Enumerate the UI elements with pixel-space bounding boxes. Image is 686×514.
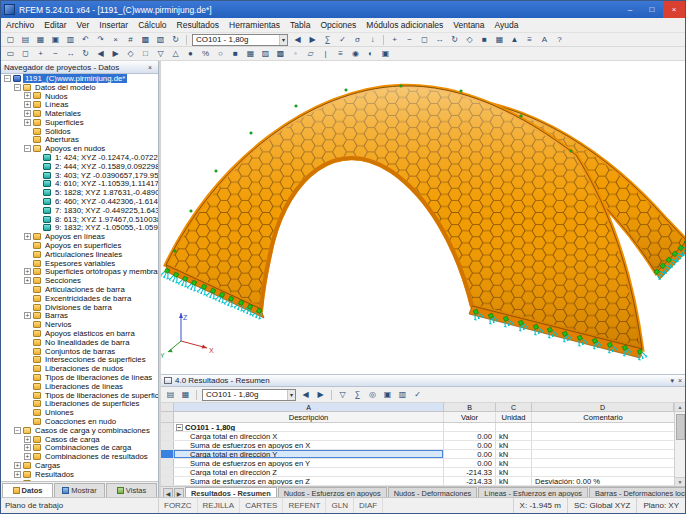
next-result-icon[interactable]: ▶ — [314, 389, 327, 401]
tree-expander[interactable]: + — [24, 119, 31, 126]
ok-icon[interactable]: ✓ — [411, 389, 424, 401]
tables-icon[interactable]: ▩ — [139, 34, 152, 46]
tree-item[interactable]: 6: 460; XYZ -0.442306,-1.61422,... — [1, 197, 158, 206]
work-plane-icon[interactable]: ▱ — [304, 48, 317, 60]
menu-item[interactable]: Resultados — [172, 18, 225, 32]
filter-icon[interactable]: ▽ — [336, 389, 349, 401]
rotate-view-icon[interactable]: ↻ — [448, 34, 461, 46]
tree-item[interactable]: 5: 1828; XYZ 1.87631,-0.489018,... — [1, 188, 158, 197]
model-3d-scene[interactable]: Z X Y — [161, 61, 685, 375]
tree-item[interactable]: + Secciones — [1, 276, 158, 285]
tree-item[interactable]: Articulaciones lineales — [1, 250, 158, 259]
tree-item[interactable]: 9: 1832; XYZ -1.05055,-1.05909,... — [1, 224, 158, 233]
pan-icon[interactable]: ↔ — [433, 34, 446, 46]
tree-item[interactable]: Conjuntos de barras — [1, 347, 158, 356]
tree-expander[interactable]: + — [24, 110, 31, 117]
model-viewport[interactable]: Z X Y — [161, 61, 685, 375]
status-toggle[interactable]: FORZC — [159, 498, 198, 513]
menu-item[interactable]: Editar — [39, 18, 71, 32]
menu-item[interactable]: Módulos adicionales — [361, 18, 448, 32]
tree-expander[interactable]: + — [24, 233, 31, 240]
column-header-descripcion[interactable]: Descripción — [174, 412, 444, 422]
solid-render-icon[interactable]: ■ — [229, 48, 242, 60]
hidden-line-icon[interactable]: ▦ — [244, 48, 257, 60]
row-gutter[interactable] — [161, 432, 174, 440]
tree-item[interactable]: Nervios — [1, 320, 158, 329]
tree-item[interactable]: + Casos de carga — [1, 435, 158, 444]
scroll-down-icon[interactable]: ▼ — [675, 477, 685, 486]
view-in-z-icon[interactable]: △ — [169, 48, 182, 60]
scrollbar-thumb[interactable] — [676, 414, 685, 440]
help-icon[interactable]: ? — [553, 34, 566, 46]
select-icon[interactable]: ▭ — [4, 48, 17, 60]
table-settings-icon[interactable]: ▦ — [179, 389, 192, 401]
pan2-icon[interactable]: ↔ — [64, 48, 77, 60]
dimensions-icon[interactable]: ≡ — [523, 34, 536, 46]
tree-item[interactable]: + Materiales — [1, 109, 158, 118]
tree-item[interactable]: + Nudos — [1, 92, 158, 101]
clipping-icon[interactable]: % — [199, 48, 212, 60]
tree-item[interactable]: + Resultados — [1, 470, 158, 479]
sum-icon[interactable]: ∑ — [351, 389, 364, 401]
tree-item[interactable]: + Combinaciones de carga — [1, 443, 158, 452]
zoom-in-icon[interactable]: + — [388, 34, 401, 46]
navigator-icon[interactable]: ▧ — [154, 34, 167, 46]
status-toggle[interactable]: GLN — [326, 498, 353, 513]
export-excel-icon[interactable]: ▥ — [396, 389, 409, 401]
close-button[interactable]: × — [663, 1, 685, 18]
tree-item[interactable]: Articulaciones de barra — [1, 285, 158, 294]
tree-expander[interactable]: + — [24, 444, 31, 451]
tree-item[interactable]: + Líneas — [1, 100, 158, 109]
result-row[interactable]: Carga total en dirección Y 0.00 kN — [161, 450, 674, 459]
tree-item[interactable]: 3: 403; YZ -0.0390657,179.956°... — [1, 171, 158, 180]
tree-item[interactable]: − Datos del modelo — [1, 83, 158, 92]
tree-item[interactable]: Aberturas — [1, 136, 158, 145]
menu-item[interactable]: Insertar — [94, 18, 133, 32]
isometric-icon[interactable]: ◇ — [124, 48, 137, 60]
tree-item[interactable]: + Barras — [1, 312, 158, 321]
tree-item[interactable]: Intersecciones de superficies — [1, 356, 158, 365]
status-toggle[interactable]: DIAF — [354, 498, 383, 513]
tree-item[interactable]: Liberaciones de nudos — [1, 364, 158, 373]
tree-expander[interactable]: − — [14, 427, 21, 434]
column-header-unidad[interactable]: Unidad — [496, 412, 532, 422]
tree-item[interactable]: Coacciones en nudo — [1, 417, 158, 426]
tree-item[interactable]: + Cargas — [1, 461, 158, 470]
status-toggle[interactable]: REFENT — [283, 498, 326, 513]
menu-item[interactable]: Archivo — [1, 18, 39, 32]
scroll-up-icon[interactable]: ▲ — [675, 403, 685, 412]
undo-icon[interactable]: ↶ — [79, 34, 92, 46]
tree-item[interactable]: + Superficies ortótropas y membran... — [1, 268, 158, 277]
copy-icon[interactable]: ▥ — [64, 34, 77, 46]
table-goto-icon[interactable]: ▤ — [164, 389, 177, 401]
menu-item[interactable]: Cálculo — [133, 18, 171, 32]
tree-item[interactable]: Apoyos en superficies — [1, 241, 158, 250]
calculate-icon[interactable]: ∑ — [321, 34, 334, 46]
tree-item[interactable]: 1: 424; XYZ -0.12474,-0.0722756... — [1, 153, 158, 162]
print-graphic-icon[interactable]: ▣ — [379, 48, 392, 60]
snap-toggle-icon[interactable]: ◦ — [289, 48, 302, 60]
tree-expander[interactable]: + — [24, 268, 31, 275]
layers-icon[interactable]: ≡ — [334, 48, 347, 60]
isometric-view-icon[interactable]: ◇ — [463, 34, 476, 46]
pin-icon[interactable]: ▾ — [670, 377, 674, 385]
visibility-icon[interactable]: ◉ — [349, 48, 362, 60]
regenerate-icon[interactable]: ↻ — [169, 34, 182, 46]
menu-item[interactable]: Ver — [72, 18, 95, 32]
tree-item[interactable]: 2: 444; XYZ -0.1589,0.0922984,1... — [1, 162, 158, 171]
result-row[interactable]: Suma de esfuerzos en apoyos en X 0.00 kN — [161, 441, 674, 450]
tree-item[interactable]: − Casos de carga y combinaciones — [1, 426, 158, 435]
tree-expander[interactable]: − — [4, 75, 11, 82]
grid-toggle-icon[interactable]: ▩ — [274, 48, 287, 60]
tree-expander[interactable]: + — [14, 471, 21, 478]
previous-result-icon[interactable]: ◀ — [299, 389, 312, 401]
menu-item[interactable]: Ventana — [448, 18, 489, 32]
tree-expander[interactable]: + — [14, 462, 21, 469]
view-in-x-icon[interactable]: □ — [139, 48, 152, 60]
tree-item[interactable]: + Superficies — [1, 118, 158, 127]
tree-item[interactable]: + Apoyos en líneas — [1, 232, 158, 241]
shaded-icon[interactable]: ▨ — [259, 48, 272, 60]
save-icon[interactable]: ▦ — [34, 34, 47, 46]
minimize-button[interactable]: – — [619, 1, 641, 18]
render-model-icon[interactable]: ■ — [478, 34, 491, 46]
